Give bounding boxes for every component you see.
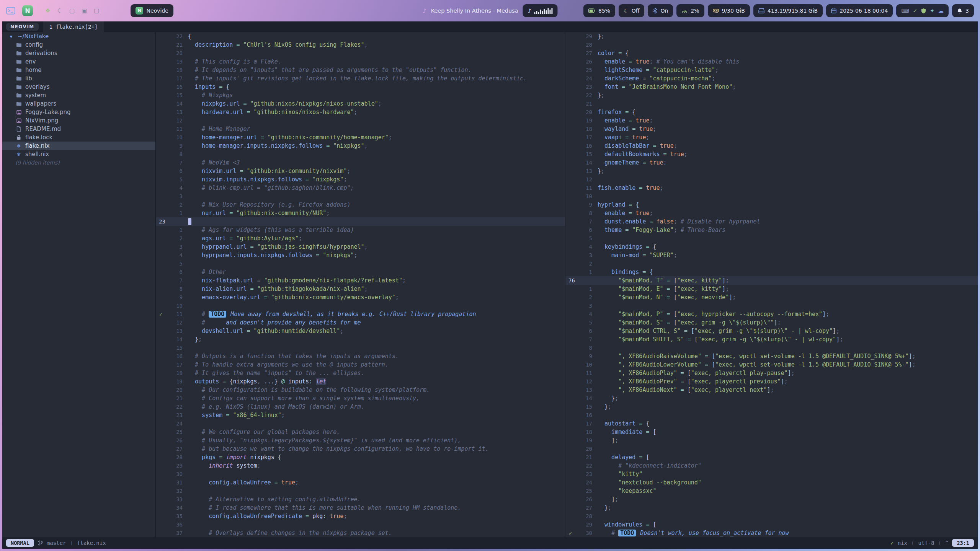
code-line[interactable]: 1 nur.url = "github:nix-community/NUR";: [156, 209, 565, 217]
code-line[interactable]: 7 nix-flatpak.url = "github:gmodena/nix-…: [156, 276, 565, 285]
neotree-panel-label[interactable]: NEOVIM: [6, 23, 39, 31]
tree-item-lib[interactable]: lib: [2, 74, 155, 83]
code-line[interactable]: 12 ", XF86AudioPrev" = ["exec, playerctl…: [565, 377, 978, 386]
code-line[interactable]: 20 # Our configuration is buildable on t…: [156, 386, 565, 394]
code-line[interactable]: ✓30 # TODO Doesn't work, use focus_on_ac…: [565, 529, 978, 537]
chip-clock[interactable]: 2025-06-18 00:04: [826, 4, 893, 17]
tree-item-flake.nix[interactable]: ❄flake.nix: [2, 142, 155, 150]
code-line[interactable]: 3 main-mod = "SUPER";: [565, 251, 978, 259]
code-line[interactable]: 23: [156, 217, 565, 226]
code-line[interactable]: 8: [156, 150, 565, 158]
code-line[interactable]: 16: [565, 411, 978, 419]
code-line[interactable]: 12: [565, 175, 978, 184]
shield-icon[interactable]: [921, 8, 926, 14]
code-line[interactable]: 14 gnomeTheme = true;: [565, 158, 978, 167]
code-line[interactable]: 19 outputs = {nixpkgs, ...} @ inputs: le…: [156, 377, 565, 386]
code-line[interactable]: 1 # Ags for widgets (this was a terrible…: [156, 226, 565, 234]
code-line[interactable]: 22 # "kdeconnect-indicator": [565, 461, 978, 470]
code-line[interactable]: 26 enable = true; # You can't disable th…: [565, 57, 978, 66]
code-line[interactable]: 20: [565, 445, 978, 453]
code-line[interactable]: ✓11 # TODO Move away from devshell, as i…: [156, 310, 565, 318]
code-line[interactable]: 15: [156, 344, 565, 352]
code-line[interactable]: 21 # Configs can support more than a sin…: [156, 394, 565, 403]
check-icon[interactable]: ✓: [913, 8, 918, 13]
code-line[interactable]: 5 nixvim.inputs.nixpkgs.follows = "nixpk…: [156, 175, 565, 184]
code-line[interactable]: 6 theme = "Foggy-Lake"; # Three-Bears: [565, 226, 978, 234]
code-line[interactable]: 25 # We configure our global packages he…: [156, 428, 565, 436]
code-line[interactable]: 27 };: [565, 504, 978, 512]
code-line[interactable]: 13};: [565, 167, 978, 175]
code-line[interactable]: 29};: [565, 32, 978, 41]
code-line[interactable]: 24 darkScheme = "catppuccin-mocha";: [565, 74, 978, 83]
code-line[interactable]: 5: [156, 259, 565, 268]
code-line[interactable]: 2 "$mainMod, N" = ["exec, neovide"];: [565, 293, 978, 302]
code-line[interactable]: 28: [565, 512, 978, 520]
code-line[interactable]: 12: [156, 116, 565, 125]
code-line[interactable]: 32: [156, 487, 565, 495]
code-line[interactable]: 37 # Overlays define changes in the nixp…: [156, 529, 565, 537]
code-line[interactable]: 24: [156, 419, 565, 428]
code-line[interactable]: 23 "kitty": [565, 470, 978, 478]
code-line[interactable]: 10: [565, 192, 978, 201]
code-line[interactable]: 21: [565, 99, 978, 108]
workspace-icon-4[interactable]: ▣: [82, 7, 87, 14]
notifications-chip[interactable]: 3: [952, 4, 974, 17]
code-line[interactable]: 2 # Nix User Repository (e.g. Firefox ad…: [156, 201, 565, 209]
chip-cpu[interactable]: 2%: [676, 4, 704, 17]
tree-item-system[interactable]: system: [2, 91, 155, 99]
code-line[interactable]: 19 # This config is a Flake.: [156, 57, 565, 66]
code-line[interactable]: 9hyprland = {: [565, 201, 978, 209]
code-line[interactable]: 23 font = "JetBrainsMono Nerd Font Mono"…: [565, 83, 978, 91]
code-line[interactable]: 2 ags.url = "github:Aylur/ags";: [156, 234, 565, 243]
sparkle-icon[interactable]: ✦: [930, 8, 934, 13]
tree-item-home[interactable]: home: [2, 66, 155, 74]
code-line[interactable]: 10: [156, 302, 565, 310]
chip-battery[interactable]: 85%: [583, 4, 615, 17]
code-line[interactable]: 11 ", XF86AudioPlay" = ["exec, playerctl…: [565, 369, 978, 377]
code-line[interactable]: 6 # Other: [156, 268, 565, 276]
code-line[interactable]: 1 bindings = {: [565, 268, 978, 276]
code-line[interactable]: 27color = {: [565, 49, 978, 57]
code-line[interactable]: 14 nixpkgs.url = "github:nixos/nixpkgs/n…: [156, 99, 565, 108]
workspace-icon-3[interactable]: ▢: [69, 7, 75, 14]
tree-item-Foggy-Lake.png[interactable]: Foggy-Lake.png: [2, 108, 155, 116]
chip-memory[interactable]: 9/30 GiB: [708, 4, 750, 17]
code-line[interactable]: 17 # To handle extra arguments we use th…: [156, 360, 565, 369]
code-line[interactable]: 9 ", XF86AudioRaiseVolume" = ["exec, wpc…: [565, 352, 978, 360]
code-line[interactable]: 6 "$mainMod CTRL, S" = ["exec, grim -g \…: [565, 327, 978, 335]
code-line[interactable]: 10 ", XF86AudioLowerVolume" = ["exec, wp…: [565, 360, 978, 369]
code-line[interactable]: 23 system = "x86_64-linux";: [156, 411, 565, 419]
workspace-icon-5[interactable]: ▢: [94, 7, 99, 14]
code-line[interactable]: 11 # Home Manager: [156, 125, 565, 133]
tree-item-README.md[interactable]: README.md: [2, 125, 155, 133]
code-line[interactable]: 4 keybindings = {: [565, 243, 978, 251]
code-line[interactable]: 33 # Alternative to setting config.allow…: [156, 495, 565, 504]
keyboard-icon[interactable]: ⌨: [901, 8, 909, 13]
code-line[interactable]: 22{: [156, 32, 565, 41]
code-line[interactable]: 8: [565, 344, 978, 352]
code-line[interactable]: 4 "$mainMod, P" = ["exec, hyprpicker --a…: [565, 310, 978, 318]
code-line[interactable]: 12 # and doesn't provide any benefits fo…: [156, 318, 565, 327]
code-line[interactable]: 3: [156, 192, 565, 201]
code-line[interactable]: 17 # The inputs' git revisions get locke…: [156, 74, 565, 83]
code-line[interactable]: 76 "$mainMod, T" = ["exec, kitty"];: [565, 276, 978, 285]
code-line[interactable]: 31 config.allowUnfree = true;: [156, 478, 565, 487]
code-line[interactable]: 36: [156, 520, 565, 529]
cloud-icon[interactable]: ☁: [938, 8, 944, 13]
code-line[interactable]: 21 delayed = [: [565, 453, 978, 461]
code-line[interactable]: 20firefox = {: [565, 108, 978, 116]
code-line[interactable]: 4 # blink-cmp.url = "github:saghen/blink…: [156, 184, 565, 192]
code-line[interactable]: 6 nixvim.url = "github:nix-community/nix…: [156, 167, 565, 175]
code-line[interactable]: 13 ", XF86AudioNext" = ["exec, playerctl…: [565, 386, 978, 394]
code-line[interactable]: 13 devshell.url = "github:numtide/devshe…: [156, 327, 565, 335]
visualizer-chip[interactable]: ♪: [523, 4, 558, 17]
tree-item-NixVim.png[interactable]: NixVim.png: [2, 116, 155, 125]
tree-item-flake.lock[interactable]: flake.lock: [2, 133, 155, 142]
code-line[interactable]: 14 };: [156, 335, 565, 344]
buffer-tab[interactable]: 1 flake.nix[2+]: [43, 21, 104, 32]
code-line[interactable]: 3 hyprpanel.url = "github:jas-singhfsu/h…: [156, 243, 565, 251]
chip-night-light[interactable]: ☾Off: [619, 4, 644, 17]
code-line[interactable]: 16 inputs = {: [156, 83, 565, 91]
code-line[interactable]: 8 enable = true;: [565, 209, 978, 217]
code-line[interactable]: 15 # Nixpkgs: [156, 91, 565, 99]
